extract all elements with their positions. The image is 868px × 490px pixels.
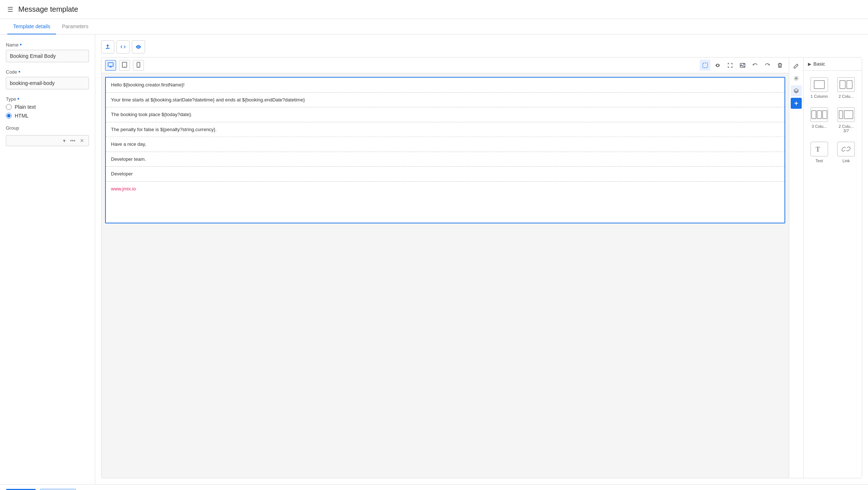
group-label: Group <box>6 125 89 131</box>
undo-btn[interactable] <box>749 60 760 71</box>
name-required-dot: • <box>20 42 22 48</box>
layers-btn[interactable] <box>791 85 802 96</box>
email-section-1: Hello ${booking.creator.firstName}! Your… <box>106 78 784 137</box>
code-button[interactable] <box>116 40 130 53</box>
svg-text:T: T <box>816 146 820 153</box>
inner-toolbar-group <box>700 60 785 71</box>
panel-item-3col[interactable]: 3 Colu... <box>807 104 831 136</box>
3col-icon <box>810 107 828 122</box>
type-required-dot: • <box>17 96 19 102</box>
2col-icon <box>837 77 855 92</box>
svg-rect-15 <box>839 111 843 119</box>
email-body[interactable]: Hello ${booking.creator.firstName}! Your… <box>105 77 785 223</box>
radio-plain-text-label: Plain text <box>15 104 36 110</box>
email-row-5[interactable]: Developer team. <box>106 152 784 167</box>
svg-rect-14 <box>823 111 827 119</box>
main-layout: Name • Code • Type • Plain text <box>0 34 868 484</box>
group-chevron-icon[interactable]: ▾ <box>62 137 67 144</box>
email-row-2[interactable]: The booking took place ${today?date}. <box>106 107 784 122</box>
radio-html[interactable]: HTML <box>6 113 89 119</box>
menu-icon[interactable]: ☰ <box>7 5 13 14</box>
settings-btn[interactable] <box>791 73 802 84</box>
delete-btn[interactable] <box>774 60 785 71</box>
svg-point-8 <box>795 78 797 79</box>
email-row-6[interactable]: Developer <box>106 167 784 182</box>
radio-html-input[interactable] <box>6 113 12 119</box>
svg-rect-12 <box>812 111 816 119</box>
preview-button[interactable] <box>132 40 145 53</box>
email-row-7[interactable]: www.jmix.io <box>106 182 784 196</box>
right-panel: ▶ Basic 1 Column <box>803 57 862 478</box>
editor-canvas-wrapper: Hello ${booking.creator.firstName}! Your… <box>101 57 789 478</box>
panel-item-2col[interactable]: 2 Colu... <box>834 74 858 101</box>
type-radio-group: Plain text HTML <box>6 104 89 119</box>
name-input[interactable] <box>6 50 89 62</box>
group-more-icon[interactable]: ••• <box>68 137 77 144</box>
code-field-group: Code • <box>6 69 89 89</box>
svg-rect-10 <box>840 81 845 89</box>
image-insert-btn[interactable] <box>737 60 748 71</box>
desktop-view-btn[interactable] <box>105 60 116 71</box>
eye-btn[interactable] <box>712 60 723 71</box>
type-label: Type • <box>6 96 89 102</box>
upload-button[interactable] <box>101 40 114 53</box>
pencil-btn[interactable] <box>791 60 802 71</box>
link-label: Link <box>842 159 850 163</box>
email-row-3[interactable]: The penalty for false is ${penalty?strin… <box>106 122 784 137</box>
email-row-4[interactable]: Have a nice day, <box>106 137 784 152</box>
2col-asym-label: 2 Colu... 3/7 <box>836 124 857 133</box>
fullscreen-btn[interactable] <box>724 60 735 71</box>
group-select[interactable]: ▾ ••• ✕ <box>6 135 89 146</box>
panel-chevron-icon[interactable]: ▶ <box>808 62 811 67</box>
right-panel-header: ▶ Basic <box>804 57 862 71</box>
name-label: Name • <box>6 42 89 48</box>
3col-label: 3 Colu... <box>812 124 827 129</box>
panel-item-1col[interactable]: 1 Column <box>807 74 831 101</box>
code-input[interactable] <box>6 77 89 89</box>
svg-rect-11 <box>847 81 852 89</box>
name-field-group: Name • <box>6 42 89 62</box>
panel-items-grid: 1 Column 2 Colu... <box>804 71 862 170</box>
panel-item-text[interactable]: T Text <box>807 139 831 166</box>
editor-right-side: + ▶ Basic 1 Colu <box>789 57 862 478</box>
select-btn[interactable] <box>700 60 711 71</box>
text-icon: T <box>810 142 828 156</box>
svg-point-4 <box>138 66 139 67</box>
code-label: Code • <box>6 69 89 75</box>
redo-btn[interactable] <box>762 60 773 71</box>
footer-bar: ✓ OK ⊘ Cancel <box>0 484 868 490</box>
page-title: Message template <box>18 5 78 14</box>
tab-template-details[interactable]: Template details <box>7 19 56 34</box>
email-row-1[interactable]: Your time starts at ${booking.startDate?… <box>106 93 784 108</box>
svg-rect-5 <box>703 63 708 68</box>
tablet-view-btn[interactable] <box>119 60 130 71</box>
editor-canvas[interactable]: Hello ${booking.creator.firstName}! Your… <box>101 73 789 478</box>
group-clear-icon[interactable]: ✕ <box>78 137 86 144</box>
email-row-0[interactable]: Hello ${booking.creator.firstName}! <box>106 78 784 93</box>
editor-toolbar-top <box>101 40 862 53</box>
radio-html-label: HTML <box>15 113 29 119</box>
app-header: ☰ Message template <box>0 0 868 19</box>
panel-title: Basic <box>813 61 825 67</box>
add-panel-btn[interactable]: + <box>791 98 802 109</box>
editor-area: Hello ${booking.creator.firstName}! Your… <box>95 34 868 484</box>
group-field-group: Group ▾ ••• ✕ <box>6 125 89 146</box>
tabs-bar: Template details Parameters <box>0 19 868 34</box>
panel-item-2col-asym[interactable]: 2 Colu... 3/7 <box>834 104 858 136</box>
2col-label: 2 Colu... <box>839 94 854 99</box>
panel-item-link[interactable]: Link <box>834 139 858 166</box>
radio-plain-text-input[interactable] <box>6 104 12 110</box>
type-field-group: Type • Plain text HTML <box>6 96 89 119</box>
2col-asym-icon <box>837 107 855 122</box>
email-section-2: Have a nice day, Developer team. Develop… <box>106 137 784 196</box>
link-icon <box>837 142 855 156</box>
svg-rect-16 <box>844 111 853 119</box>
editor-toolbar-inner <box>101 57 789 73</box>
tab-parameters[interactable]: Parameters <box>56 19 94 34</box>
radio-plain-text[interactable]: Plain text <box>6 104 89 110</box>
1col-icon <box>810 77 828 92</box>
1col-label: 1 Column <box>810 94 828 99</box>
mobile-view-btn[interactable] <box>133 60 144 71</box>
svg-rect-9 <box>814 81 824 89</box>
svg-rect-0 <box>108 63 113 66</box>
